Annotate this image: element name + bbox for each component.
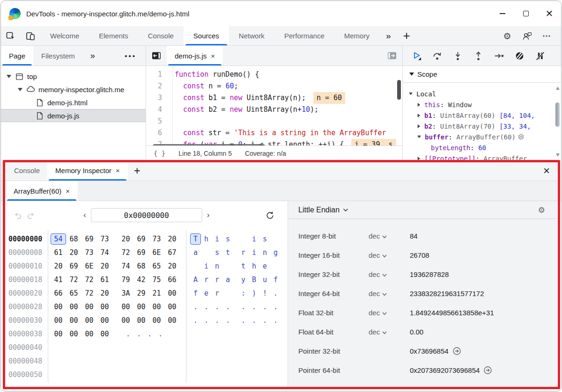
tree-item-demo-js.js[interactable]: demo-js.js xyxy=(1,109,146,122)
navigator-more-tabs-button[interactable]: » xyxy=(83,46,103,65)
ascii-char[interactable]: n xyxy=(259,247,270,258)
scope-row-Local[interactable]: Local xyxy=(403,88,561,99)
hex-byte[interactable]: 68 xyxy=(66,233,81,245)
hex-byte[interactable]: 00 xyxy=(164,288,180,299)
tab-filesystem[interactable]: Filesystem xyxy=(33,46,83,65)
expand-triangle-icon[interactable] xyxy=(418,124,421,128)
ascii-char[interactable]: t xyxy=(238,261,249,272)
ascii-char[interactable]: t xyxy=(222,247,233,258)
close-drawer-button[interactable]: × xyxy=(543,160,550,181)
maximize-button[interactable] xyxy=(514,1,538,26)
ascii-char[interactable]: s xyxy=(222,233,233,245)
ascii-char[interactable]: . xyxy=(270,301,281,312)
hex-byte[interactable]: 73 xyxy=(81,247,97,258)
tree-item-memory-inspector.glitch.me[interactable]: memory-inspector.glitch.me xyxy=(1,83,146,96)
value-format-select[interactable]: dec xyxy=(369,328,410,336)
hex-byte[interactable]: 20 xyxy=(164,261,180,272)
ascii-char[interactable]: . xyxy=(238,301,249,312)
ascii-char[interactable]: e xyxy=(201,288,212,299)
hex-byte[interactable]: 73 xyxy=(97,233,112,245)
ascii-char[interactable]: h xyxy=(201,233,212,245)
expand-triangle-icon[interactable] xyxy=(417,136,421,138)
ascii-char[interactable]: r xyxy=(201,274,212,285)
redo-button[interactable] xyxy=(24,209,37,222)
jump-to-address-icon[interactable] xyxy=(483,366,492,375)
tab-console[interactable]: Console xyxy=(138,26,184,45)
ascii-char[interactable]: . xyxy=(201,315,212,326)
hex-byte[interactable]: 00 xyxy=(66,301,81,312)
hex-byte[interactable]: 20 xyxy=(97,288,112,299)
drawer-tab-console[interactable]: Console xyxy=(7,160,47,181)
add-drawer-tab-button[interactable]: + xyxy=(128,160,147,181)
hex-byte[interactable]: 20 xyxy=(118,233,133,245)
value-format-select[interactable]: dec xyxy=(369,290,410,298)
value-settings-gear-icon[interactable]: ⚙ xyxy=(538,205,545,215)
tree-item-top[interactable]: top xyxy=(1,70,146,83)
resume-button[interactable] xyxy=(408,48,425,64)
ascii-char[interactable]: . xyxy=(259,315,270,326)
hex-byte[interactable]: 69 xyxy=(133,247,149,258)
hex-byte[interactable]: 00 xyxy=(118,301,133,312)
hex-byte[interactable]: 00 xyxy=(51,315,66,326)
hex-byte[interactable]: 69 xyxy=(66,261,81,272)
hex-byte[interactable]: 75 xyxy=(149,274,164,285)
ascii-char[interactable]: . xyxy=(201,301,212,312)
ascii-char[interactable]: . xyxy=(222,315,233,326)
hex-byte[interactable]: 69 xyxy=(81,233,97,245)
line-number[interactable]: 4 xyxy=(146,104,168,116)
ascii-char[interactable]: s xyxy=(259,233,270,245)
dont-pause-on-exceptions-button[interactable] xyxy=(532,48,548,64)
ascii-char[interactable]: h xyxy=(249,261,259,272)
scope-row-Prototype[interactable]: [[Prototype]]: ArrayBuffer xyxy=(403,153,561,160)
scroll-down-icon[interactable] xyxy=(556,153,560,157)
expand-triangle-icon[interactable] xyxy=(418,157,421,160)
tab-welcome[interactable]: Welcome xyxy=(40,26,89,45)
close-tab-icon[interactable]: × xyxy=(66,187,70,195)
hex-byte[interactable]: 54 xyxy=(51,233,66,245)
hex-byte[interactable]: 00 xyxy=(51,301,66,312)
tree-item-demo-js.html[interactable]: demo-js.html xyxy=(1,96,146,109)
hex-byte[interactable]: 00 xyxy=(97,301,112,312)
settings-button[interactable]: ⚙ xyxy=(497,26,517,45)
refresh-button[interactable] xyxy=(263,209,276,222)
hex-byte[interactable]: 3A xyxy=(118,288,133,299)
ascii-char[interactable] xyxy=(190,261,201,272)
scope-row-this[interactable]: this: Window xyxy=(403,99,561,110)
endianness-select[interactable]: Little Endian xyxy=(298,206,340,214)
ascii-char[interactable]: i xyxy=(249,247,259,258)
previous-page-button[interactable]: ‹ xyxy=(79,211,91,220)
device-toolbar-button[interactable] xyxy=(21,26,40,45)
hex-byte[interactable]: 20 xyxy=(164,233,180,245)
hex-byte[interactable]: 69 xyxy=(133,233,149,245)
close-tab-icon[interactable]: × xyxy=(116,167,120,174)
hex-byte[interactable]: 00 xyxy=(97,315,112,326)
ascii-char[interactable]: a xyxy=(190,247,201,258)
ascii-char[interactable]: T xyxy=(190,233,201,245)
hex-byte[interactable]: 20 xyxy=(97,261,112,272)
hex-byte[interactable]: 6E xyxy=(149,247,164,258)
hex-byte[interactable]: 00 xyxy=(164,315,180,326)
expand-triangle-icon[interactable] xyxy=(418,103,421,107)
hex-byte[interactable]: 65 xyxy=(149,261,164,272)
step-button[interactable] xyxy=(491,48,507,64)
hex-byte[interactable]: 6E xyxy=(81,261,97,272)
tab-elements[interactable]: Elements xyxy=(89,26,138,45)
hex-byte[interactable]: 00 xyxy=(133,301,149,312)
hex-byte[interactable]: 00 xyxy=(149,301,164,312)
show-debugger-button[interactable] xyxy=(382,46,402,65)
hex-byte[interactable]: 66 xyxy=(51,288,66,299)
ascii-char[interactable]: e xyxy=(259,261,270,272)
ascii-char[interactable]: . xyxy=(238,315,249,326)
hex-byte[interactable]: 00 xyxy=(81,328,97,340)
tab-sources[interactable]: Sources xyxy=(184,26,229,45)
scope-section-header[interactable]: Scope xyxy=(403,66,561,83)
tab-network[interactable]: Network xyxy=(229,26,274,45)
value-format-select[interactable]: dec xyxy=(369,232,410,240)
hex-byte[interactable]: 00 xyxy=(164,301,180,312)
ascii-char[interactable] xyxy=(270,261,281,272)
scroll-up-icon[interactable] xyxy=(556,87,560,90)
line-number[interactable]: 1 xyxy=(146,69,168,80)
ascii-char[interactable]: . xyxy=(249,315,259,326)
hex-byte[interactable]: 72 xyxy=(66,274,81,285)
hex-byte[interactable]: 29 xyxy=(133,288,149,299)
